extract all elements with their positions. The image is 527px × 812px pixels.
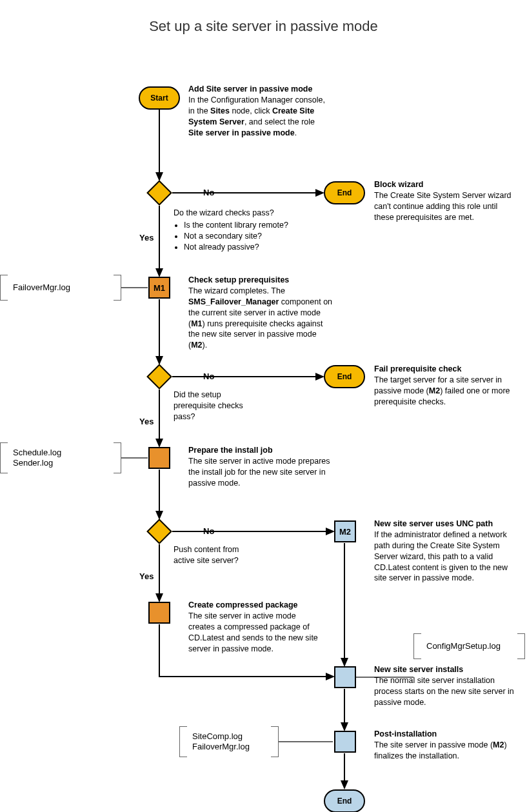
- log-bracket-2a: [0, 442, 8, 473]
- log-bracket-3a: [413, 633, 421, 659]
- end-label-3: End: [337, 797, 352, 806]
- log-failover2: FailoverMgr.log: [192, 742, 250, 751]
- installs-text: New site server installs The normal site…: [374, 664, 519, 708]
- yes-label-3: Yes: [139, 571, 154, 581]
- decision-prereq: [146, 364, 172, 390]
- log-bracket-1a: [0, 275, 8, 301]
- end-terminator-3: End: [324, 789, 365, 812]
- end-label-2: End: [337, 372, 352, 381]
- log-bracket-1b: [114, 275, 121, 301]
- m2-label: M2: [339, 527, 351, 537]
- compressed-text: Create compressed package The site serve…: [188, 600, 324, 654]
- m2-box: M2: [334, 520, 356, 542]
- end-terminator-1: End: [324, 181, 365, 204]
- log-bracket-4b: [271, 726, 279, 757]
- fail-prereq-text: Fail prerequisite check The target serve…: [374, 364, 516, 408]
- no-label-2: No: [203, 371, 214, 381]
- installs-box: [334, 666, 356, 688]
- block-wizard-text: Block wizard The Create Site System Serv…: [374, 179, 516, 223]
- post-text: Post-installation The site server in pas…: [374, 729, 519, 762]
- post-box: [334, 731, 356, 753]
- prepare-text: Prepare the install job The site server …: [188, 445, 330, 489]
- no-label-1: No: [203, 188, 214, 197]
- flowchart-canvas: Start Add Site server in passive mode In…: [0, 41, 527, 812]
- end-label-1: End: [337, 188, 352, 197]
- decision-wizard-checks: [146, 180, 172, 206]
- check-prereq-text: Check setup prerequisites The wizard com…: [188, 275, 333, 351]
- page-title: Set up a site server in passive mode: [0, 0, 527, 41]
- m1-box: M1: [148, 277, 170, 299]
- m1-label: M1: [154, 283, 165, 293]
- log-bracket-4a: [179, 726, 187, 757]
- decision-push: [146, 519, 172, 544]
- yes-label-1: Yes: [139, 233, 154, 243]
- compressed-box: [148, 602, 170, 624]
- push-question: Push content from active site server?: [174, 544, 257, 566]
- log-sitecomp: SiteComp.log: [192, 731, 243, 741]
- yes-label-2: Yes: [139, 417, 154, 426]
- unc-text: New site server uses UNC path If the adm…: [374, 519, 519, 584]
- log-bracket-3b: [517, 633, 525, 659]
- start-label: Start: [150, 94, 168, 103]
- prepare-box: [148, 447, 170, 469]
- log-failover: FailoverMgr.log: [13, 282, 70, 292]
- end-terminator-2: End: [324, 365, 365, 388]
- add-site-text: Add Site server in passive mode In the C…: [188, 84, 330, 138]
- log-sender: Sender.log: [13, 458, 53, 468]
- log-schedule: Schedule.log: [13, 448, 61, 457]
- no-label-3: No: [203, 526, 214, 536]
- log-config: ConfigMgrSetup.log: [426, 641, 501, 651]
- start-terminator: Start: [139, 86, 180, 110]
- log-bracket-2b: [114, 442, 121, 473]
- prereq-question: Did the setup prerequisite checks pass?: [174, 390, 257, 422]
- wizard-question: Do the wizard checks pass? Is the conten…: [174, 208, 288, 253]
